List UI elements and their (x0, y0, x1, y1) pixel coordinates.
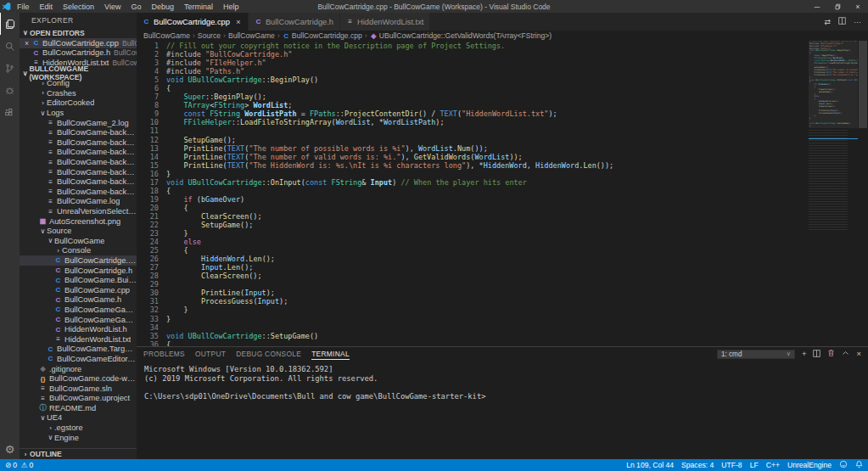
tree-file[interactable]: CBullCowGame.Target.cs (20, 345, 137, 355)
tree-folder[interactable]: ∨Engine (20, 433, 137, 443)
breadcrumb-item[interactable]: ◈UBullCowCartridge::GetValidWords(TArray… (370, 31, 552, 40)
code-text: void UBullCowCartridge::OnInput(const FS… (159, 178, 527, 187)
line-number: 1 (137, 42, 159, 50)
source-control-icon[interactable] (0, 57, 20, 79)
outline-header[interactable]: › OUTLINE (20, 448, 137, 459)
menu-debug[interactable]: Debug (146, 3, 179, 11)
status-language-mode[interactable]: C++ (766, 461, 780, 469)
tree-file[interactable]: CBullCowGame.h (20, 295, 137, 306)
tree-file[interactable]: CBullCowCartridge.cpp (20, 255, 137, 266)
tree-file[interactable]: ≡BullCowGame-backup-2020.02.0... (20, 137, 137, 148)
split-editor-icon[interactable] (838, 17, 846, 26)
minimize-icon[interactable]: ─ (807, 0, 827, 13)
tree-file[interactable]: ≡BullCowGame.log (20, 197, 137, 207)
tree-file[interactable]: CBullCowGame.Build.cs (20, 275, 137, 285)
more-actions-icon[interactable]: ··· (854, 18, 861, 26)
editor-tab[interactable]: CBullCowCartridge.cpp× (137, 13, 249, 31)
notifications-bell-icon[interactable] (855, 460, 863, 470)
vscode-logo-icon[interactable] (0, 2, 12, 11)
minimap[interactable]: // Fill out your copyright notice in the… (809, 41, 858, 346)
tree-folder[interactable]: ›EditorCooked (20, 98, 137, 109)
status-encoding[interactable]: UTF-8 (721, 461, 742, 469)
open-editor-item[interactable]: ×CBullCowCartridge.cppBullCowGa... (20, 38, 137, 48)
menu-view[interactable]: View (99, 3, 126, 11)
tree-file[interactable]: ≡BullCowGame.uproject (20, 394, 137, 404)
problems-status[interactable]: ⊘0 ⚠0 (5, 461, 33, 469)
workspace-header[interactable]: ∨ BULLCOWGAME (WORKSPACE) (20, 68, 137, 79)
editor-tab[interactable]: CBullCowCartridge.h (249, 13, 340, 31)
tree-file[interactable]: ≡BullCowGame-backup-2020.02.0... (20, 157, 137, 167)
tree-folder[interactable]: ›Crashes (20, 88, 137, 98)
breadcrumb-item[interactable]: BullCowGame (143, 31, 190, 40)
close-icon[interactable]: × (235, 18, 242, 26)
editor-scrollbar[interactable] (858, 41, 868, 346)
debug-icon[interactable] (0, 79, 20, 101)
tree-file[interactable]: ≡BullCowGame.sln (20, 384, 137, 394)
open-changes-icon[interactable]: ⇄ (824, 18, 831, 26)
code-editor[interactable]: 1// Fill out your copyright notice in th… (137, 41, 868, 346)
tree-folder[interactable]: ›Config (20, 79, 137, 89)
tree-file[interactable]: ◆.gitignore (20, 364, 137, 374)
menu-edit[interactable]: Edit (35, 3, 59, 11)
open-editor-item[interactable]: CBullCowCartridge.hBullCowGame ... (20, 48, 137, 59)
split-terminal-icon[interactable] (813, 350, 820, 359)
tree-folder[interactable]: ∨BullCowGame (20, 236, 137, 246)
tree-file[interactable]: ⓘREADME.md (20, 403, 137, 413)
status-unreal-engine[interactable]: UnrealEngine (787, 461, 832, 469)
panel-tab-debug-console[interactable]: DEBUG CONSOLE (236, 348, 301, 359)
breadcrumb-item[interactable]: Source (198, 31, 221, 40)
tree-file[interactable]: CBullCowGameGameModeBase.cpp (20, 305, 137, 315)
tree-folder[interactable]: ∨UE4 (20, 413, 137, 423)
tree-folder[interactable]: ∨Logs (20, 108, 137, 118)
menu-selection[interactable]: Selection (58, 3, 99, 11)
scrollbar-thumb[interactable] (859, 41, 867, 128)
kill-terminal-icon[interactable] (827, 349, 835, 359)
tree-file[interactable]: CBullCowGameGameModeBase.h (20, 315, 137, 325)
tree-file[interactable]: CBullCowGameEditor.Target.cs (20, 354, 137, 364)
extensions-icon[interactable] (0, 101, 20, 123)
open-editors-header[interactable]: ∨ OPEN EDITORS (20, 27, 137, 38)
feedback-icon[interactable] (839, 460, 848, 470)
tree-file[interactable]: ▦AutoScreenshot.png (20, 216, 137, 227)
breadcrumb-item[interactable]: CBullCowCartridge.cpp (283, 31, 362, 40)
tree-file[interactable]: ≡BullCowGame-backup-2020.02.0... (20, 148, 137, 158)
new-terminal-icon[interactable]: + (802, 350, 807, 358)
panel-tab-output[interactable]: OUTPUT (195, 348, 226, 359)
menu-go[interactable]: Go (126, 3, 146, 11)
tree-file[interactable]: {}BullCowGame.code-workspace (20, 373, 137, 384)
tree-file[interactable]: ≡UnrealVersionSelector-2020.01.2... (20, 206, 137, 216)
close-icon[interactable]: × (23, 39, 31, 48)
tree-folder[interactable]: ›.egstore (20, 423, 137, 433)
status-indentation[interactable]: Spaces: 4 (681, 461, 714, 469)
restore-icon[interactable] (827, 0, 848, 13)
close-panel-icon[interactable]: × (856, 350, 861, 358)
close-icon[interactable]: × (848, 0, 868, 13)
txt-file-icon: ≡ (39, 395, 47, 402)
breadcrumb-item[interactable]: BullCowGame (228, 31, 275, 40)
tree-file[interactable]: ≡HiddenWordList.txt (20, 334, 137, 345)
terminal-select[interactable]: 1: cmd∨ (717, 350, 795, 359)
tree-folder[interactable]: ›Console (20, 246, 137, 256)
editor-tab[interactable]: ≡HiddenWordList.txt (340, 13, 430, 31)
tree-file[interactable]: CHiddenWordList.h (20, 324, 137, 334)
tree-file[interactable]: CBullCowCartridge.h (20, 266, 137, 276)
panel-tab-terminal[interactable]: TERMINAL (311, 348, 350, 360)
tree-folder[interactable]: ∨Source (20, 226, 137, 236)
status-eol[interactable]: LF (750, 461, 759, 469)
maximize-panel-icon[interactable] (842, 350, 849, 358)
panel-tab-problems[interactable]: PROBLEMS (143, 348, 185, 359)
tree-file[interactable]: CBullCowGame.cpp (20, 285, 137, 295)
tree-file[interactable]: ≡BullCowGame-backup-2020.02.0... (20, 177, 137, 187)
tree-file[interactable]: ≡BullCowGame-backup-2020.02.0... (20, 187, 137, 197)
tree-file[interactable]: ≡BullCowGame-backup-2020.02.0... (20, 127, 137, 137)
menu-terminal[interactable]: Terminal (179, 3, 218, 11)
explorer-icon[interactable] (0, 13, 20, 35)
search-icon[interactable] (0, 35, 20, 57)
terminal[interactable]: Microsoft Windows [Version 10.0.18362.59… (137, 361, 868, 459)
settings-gear-icon[interactable]: ⚙ (0, 439, 20, 459)
tree-file[interactable]: ≡BullCowGame_2.log (20, 118, 137, 128)
menu-file[interactable]: File (12, 3, 35, 11)
menu-help[interactable]: Help (218, 3, 244, 11)
status-cursor-position[interactable]: Ln 109, Col 44 (626, 461, 674, 469)
tree-file[interactable]: ≡BullCowGame-backup-2020.02.0... (20, 167, 137, 177)
